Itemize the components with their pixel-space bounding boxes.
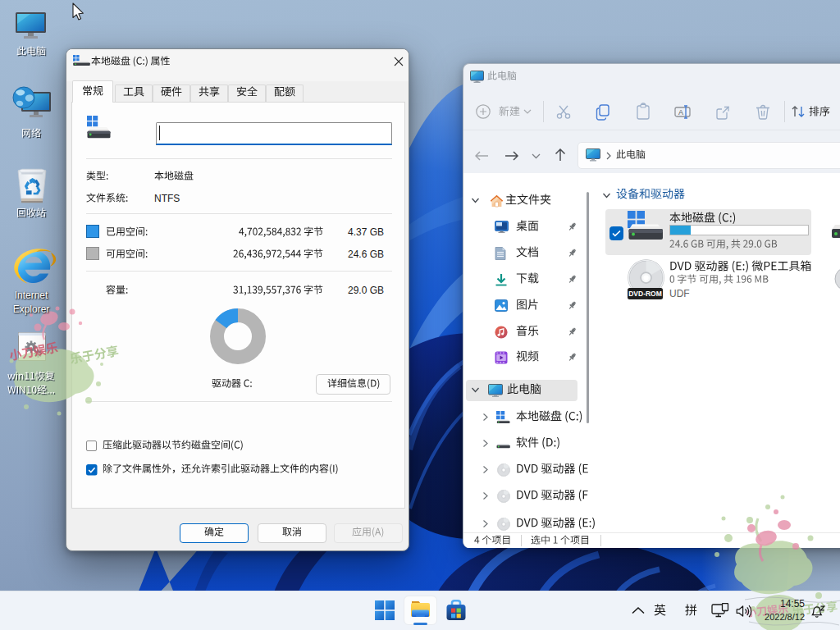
svg-text:A: A xyxy=(678,108,683,116)
